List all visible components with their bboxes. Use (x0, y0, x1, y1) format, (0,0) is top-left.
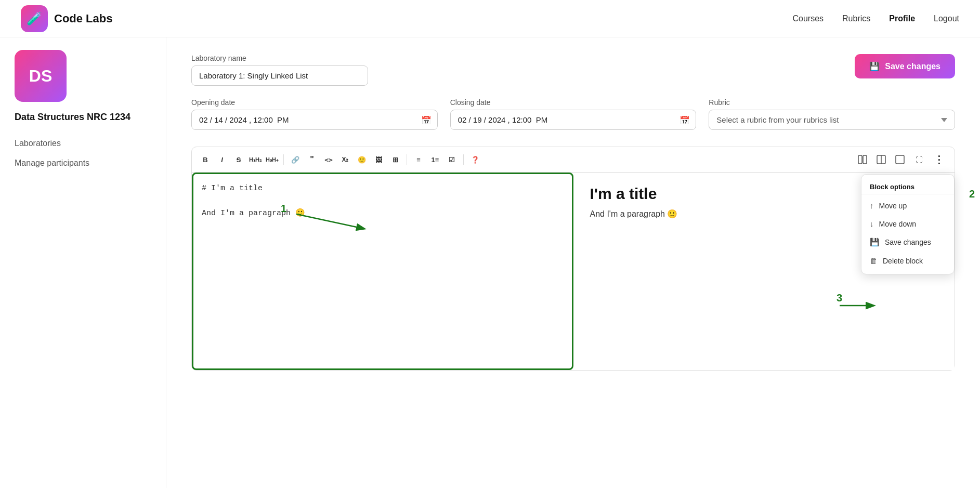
delete-block-label: Delete block (883, 257, 923, 265)
save-icon: 💾 (869, 61, 880, 71)
editor-container: B I S H₁H₂ H₃H₄ 🔗 " <> X₂ 🙂 🖼 ⊞ ≡ 1≡ ☑ ❓ (191, 147, 955, 371)
toolbar-table[interactable]: ⊞ (388, 152, 402, 167)
move-up-icon: ↑ (870, 201, 874, 210)
toolbar-strikethrough[interactable]: S (231, 152, 246, 167)
rubric-field: Rubric Select a rubric from your rubrics… (709, 98, 955, 130)
editor-panels: # I'm a title And I'm a paragraph 🙂 I'm … (192, 173, 955, 370)
sidebar: DS Data Structures NRC 1234 Laboratories… (0, 37, 166, 488)
opening-date-input[interactable] (191, 110, 438, 130)
closing-date-wrap: 📅 (450, 110, 697, 130)
toolbar-help[interactable]: ❓ (468, 152, 482, 167)
opening-date-label: Opening date (191, 98, 438, 107)
toolbar-view-preview[interactable] (892, 152, 908, 167)
avatar: DS (15, 50, 67, 102)
toolbar-heading[interactable]: H₁H₂ (248, 152, 263, 167)
layout: DS Data Structures NRC 1234 Laboratories… (0, 37, 980, 488)
sidebar-item-manage-participants[interactable]: Manage participants (15, 155, 151, 171)
opening-date-field: Opening date 📅 (191, 98, 438, 130)
logo: 🧪 Code Labs (21, 5, 792, 32)
svg-rect-1 (863, 155, 867, 164)
toolbar-task-list[interactable]: ☑ (445, 152, 459, 167)
sidebar-nav: Laboratories Manage participants (15, 136, 151, 171)
toolbar-sep-2 (407, 154, 407, 165)
closing-date-calendar-icon[interactable]: 📅 (680, 115, 690, 125)
toolbar-bold[interactable]: B (198, 152, 213, 167)
block-options-header: Block options (861, 179, 954, 194)
save-changes-button[interactable]: 💾 Save changes (855, 54, 955, 78)
editor-content-line1: # I'm a title (202, 182, 564, 195)
nav-logout[interactable]: Logout (934, 14, 959, 23)
toolbar-image[interactable]: 🖼 (371, 152, 386, 167)
rubric-label: Rubric (709, 98, 955, 107)
save-label: Save changes (885, 62, 940, 71)
toolbar-subscript[interactable]: X₂ (338, 152, 352, 167)
header: 🧪 Code Labs Courses Rubrics Profile Logo… (0, 0, 980, 37)
block-option-move-down[interactable]: ↓ Move down (861, 215, 954, 233)
nav-rubrics[interactable]: Rubrics (842, 14, 870, 23)
toolbar-right: ⛶ ⋮ (855, 151, 948, 168)
toolbar-unordered-list[interactable]: ≡ (411, 152, 426, 167)
opening-date-calendar-icon[interactable]: 📅 (421, 115, 432, 125)
logo-text: Code Labs (54, 12, 112, 25)
course-title: Data Structures NRC 1234 (15, 111, 151, 123)
svg-rect-4 (896, 155, 904, 164)
toolbar-ordered-list[interactable]: 1≡ (428, 152, 442, 167)
toolbar-code-inline[interactable]: <> (321, 152, 336, 167)
toolbar-emoji[interactable]: 🙂 (355, 152, 369, 167)
save-changes-icon: 💾 (870, 238, 880, 247)
logo-icon: 🧪 (21, 5, 48, 32)
delete-block-icon: 🗑 (870, 256, 878, 265)
closing-date-label: Closing date (450, 98, 697, 107)
form-top-row: Laboratory name 💾 Save changes (191, 54, 955, 86)
lab-name-input[interactable] (191, 65, 368, 86)
block-option-move-up[interactable]: ↑ Move up (861, 196, 954, 215)
move-down-label: Move down (879, 220, 917, 228)
editor-write-pane[interactable]: # I'm a title And I'm a paragraph 🙂 (192, 173, 573, 370)
sidebar-item-laboratories[interactable]: Laboratories (15, 136, 151, 151)
toolbar-quote[interactable]: " (305, 152, 319, 167)
lab-name-field: Laboratory name (191, 54, 368, 86)
editor-toolbar: B I S H₁H₂ H₃H₄ 🔗 " <> X₂ 🙂 🖼 ⊞ ≡ 1≡ ☑ ❓ (192, 147, 955, 173)
main-nav: Courses Rubrics Profile Logout (792, 14, 959, 23)
toolbar-italic[interactable]: I (215, 152, 229, 167)
svg-rect-0 (858, 155, 862, 164)
toolbar-heading2[interactable]: H₃H₄ (265, 152, 279, 167)
save-changes-label: Save changes (885, 238, 931, 246)
toolbar-sep-3 (463, 154, 464, 165)
rubric-select[interactable]: Select a rubric from your rubrics list (709, 110, 955, 130)
block-option-save-changes[interactable]: 💾 Save changes (861, 233, 954, 252)
lab-name-label: Laboratory name (191, 54, 368, 62)
toolbar-fullscreen[interactable]: ⛶ (911, 152, 926, 167)
toolbar-sep-1 (283, 154, 284, 165)
toolbar-view-edit[interactable] (873, 152, 889, 167)
main-content: Laboratory name 💾 Save changes Opening d… (166, 37, 980, 488)
move-up-label: Move up (879, 202, 907, 210)
editor-content-line2: And I'm a paragraph 🙂 (202, 207, 564, 220)
toolbar-more-options[interactable]: ⋮ (930, 151, 948, 168)
dates-rubric-row: Opening date 📅 Closing date 📅 Rubric Sel… (191, 98, 955, 130)
nav-courses[interactable]: Courses (792, 14, 824, 23)
annotation-2-num: 2 (969, 188, 975, 200)
move-down-icon: ↓ (870, 219, 874, 228)
closing-date-input[interactable] (450, 110, 697, 130)
toolbar-link[interactable]: 🔗 (288, 152, 303, 167)
opening-date-wrap: 📅 (191, 110, 438, 130)
toolbar-view-split[interactable] (855, 152, 870, 167)
block-options-dropdown: Block options ↑ Move up ↓ Move down 💾 Sa… (861, 174, 955, 274)
block-option-delete-block[interactable]: 🗑 Delete block (861, 252, 954, 270)
closing-date-field: Closing date 📅 (450, 98, 697, 130)
nav-profile[interactable]: Profile (889, 14, 915, 23)
